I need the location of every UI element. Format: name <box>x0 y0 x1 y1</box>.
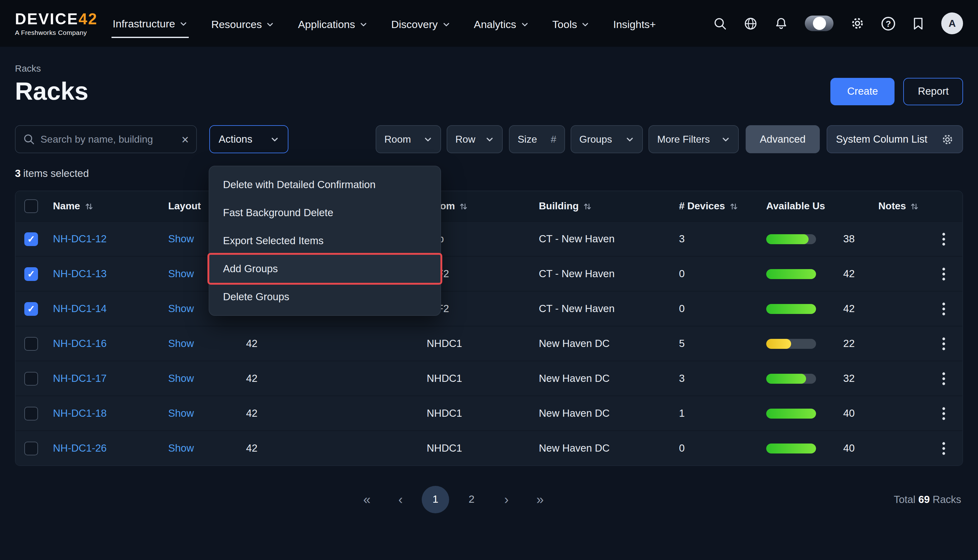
groups-filter[interactable]: Groups <box>571 125 643 153</box>
layout-show-link[interactable]: Show <box>168 268 194 280</box>
rack-name-link[interactable]: NH-DC1-17 <box>53 373 107 384</box>
avatar[interactable]: A <box>941 12 963 34</box>
rack-name-link[interactable]: NH-DC1-12 <box>53 233 107 245</box>
sort-icon[interactable] <box>85 202 93 210</box>
chevron-down-icon <box>520 20 528 29</box>
sort-icon[interactable] <box>730 202 738 210</box>
rack-name-link[interactable]: NH-DC1-18 <box>53 407 107 419</box>
search-box[interactable] <box>15 125 197 153</box>
nav-item-tools[interactable]: Tools <box>551 0 591 47</box>
row-checkbox[interactable] <box>24 232 38 246</box>
actions-menu-item[interactable]: Delete with Detailed Confirmation <box>209 171 440 199</box>
next-page-button[interactable]: › <box>494 487 519 512</box>
sort-icon[interactable] <box>584 202 591 210</box>
prev-page-button[interactable]: ‹ <box>388 487 413 512</box>
kebab-menu-icon <box>942 406 946 421</box>
search-input[interactable] <box>40 133 176 145</box>
layout-show-link[interactable]: Show <box>168 303 194 315</box>
layout-show-link[interactable]: Show <box>168 407 194 419</box>
available-units-bar-fill <box>766 269 816 279</box>
layout-show-link[interactable]: Show <box>168 338 194 350</box>
column-header-available[interactable]: Available Us <box>760 201 872 212</box>
last-page-button[interactable]: » <box>528 487 553 512</box>
row-actions-button[interactable] <box>925 266 963 281</box>
actions-menu-item[interactable]: Add Groups <box>209 255 440 283</box>
building-value: CT - New Haven <box>539 268 615 280</box>
room-value: NHDC1 <box>427 373 462 384</box>
nav-item-applications[interactable]: Applications <box>297 0 369 47</box>
nav-item-infrastructure[interactable]: Infrastructure <box>112 0 189 47</box>
row-actions-button[interactable] <box>925 406 963 421</box>
row-actions-button[interactable] <box>925 441 963 456</box>
room-value: NHDC1 <box>427 338 462 350</box>
devices-count: 0 <box>679 303 685 315</box>
column-header-devices[interactable]: # Devices <box>673 201 760 212</box>
create-button[interactable]: Create <box>830 78 895 105</box>
actions-dropdown-button[interactable]: Actions <box>209 125 288 153</box>
row-checkbox[interactable] <box>24 337 38 350</box>
theme-toggle[interactable] <box>805 15 833 31</box>
page-1-button[interactable]: 1 <box>422 486 449 513</box>
row-checkbox[interactable] <box>24 302 38 315</box>
available-units-bar <box>766 234 816 244</box>
rack-name-link[interactable]: NH-DC1-16 <box>53 338 107 350</box>
column-header-name[interactable]: Name <box>47 201 162 212</box>
kebab-menu-icon <box>942 371 946 386</box>
nav-item-analytics[interactable]: Analytics <box>473 0 530 47</box>
building-value: CT - New Haven <box>539 233 615 245</box>
sort-icon[interactable] <box>911 202 918 210</box>
chevron-down-icon <box>581 20 590 29</box>
gear-icon[interactable] <box>850 16 865 30</box>
breadcrumb[interactable]: Racks <box>15 63 963 73</box>
help-icon[interactable] <box>881 17 895 30</box>
layout-show-link[interactable]: Show <box>168 373 194 384</box>
row-actions-button[interactable] <box>925 336 963 351</box>
column-header-building[interactable]: Building <box>533 201 673 212</box>
actions-menu-item[interactable]: Fast Background Delete <box>209 199 440 227</box>
row-filter[interactable]: Row <box>447 125 503 153</box>
sort-icon[interactable] <box>460 202 468 210</box>
column-header-notes[interactable]: Notes <box>872 201 925 212</box>
layout-show-link[interactable]: Show <box>168 442 194 454</box>
first-page-button[interactable]: « <box>355 487 379 512</box>
table-header: Name Layout Size Room Building # Dev <box>15 191 963 221</box>
nav-item-resources[interactable]: Resources <box>210 0 276 47</box>
layout-show-link[interactable]: Show <box>168 233 194 245</box>
search-icon[interactable] <box>713 17 727 30</box>
nav-item-discovery[interactable]: Discovery <box>390 0 452 47</box>
room-filter[interactable]: Room <box>376 125 441 153</box>
rack-name-link[interactable]: NH-DC1-14 <box>53 303 107 315</box>
chevron-down-icon <box>179 20 188 28</box>
rack-name-link[interactable]: NH-DC1-26 <box>53 442 107 454</box>
select-all-checkbox[interactable] <box>24 199 38 213</box>
row-actions-button[interactable] <box>925 301 963 316</box>
report-button[interactable]: Report <box>903 78 963 105</box>
table-row: NH-DC1-17 Show 42 NHDC1 New Haven DC 3 3… <box>15 361 963 395</box>
more-filters[interactable]: More Filters <box>648 125 739 153</box>
clear-search-icon[interactable] <box>182 133 189 145</box>
available-units-bar-fill <box>766 408 816 418</box>
row-actions-button[interactable] <box>925 371 963 386</box>
system-column-list-button[interactable]: System Column List <box>826 125 963 153</box>
nav-icons: A <box>713 12 963 34</box>
nav-item-insights[interactable]: Insights+ <box>612 0 657 47</box>
row-actions-button[interactable] <box>925 232 963 247</box>
page-2-button[interactable]: 2 <box>458 486 485 513</box>
actions-menu-item[interactable]: Export Selected Items <box>209 227 440 255</box>
row-checkbox[interactable] <box>24 372 38 385</box>
bell-icon[interactable] <box>774 17 788 30</box>
row-checkbox[interactable] <box>24 407 38 420</box>
brand-logo[interactable]: DEVICE42 A Freshworks Company <box>15 11 98 36</box>
row-checkbox[interactable] <box>24 441 38 455</box>
building-value: New Haven DC <box>539 407 610 419</box>
total-count: Total 69 Racks <box>894 494 961 505</box>
chevron-down-icon <box>721 135 730 143</box>
globe-icon[interactable] <box>744 17 758 30</box>
actions-menu-item[interactable]: Delete Groups <box>209 283 440 311</box>
bookmark-icon[interactable] <box>912 17 925 30</box>
size-filter[interactable]: Size # <box>509 125 565 153</box>
row-filter-label: Row <box>455 133 475 145</box>
advanced-button[interactable]: Advanced <box>746 125 820 153</box>
rack-name-link[interactable]: NH-DC1-13 <box>53 268 107 280</box>
row-checkbox[interactable] <box>24 267 38 281</box>
